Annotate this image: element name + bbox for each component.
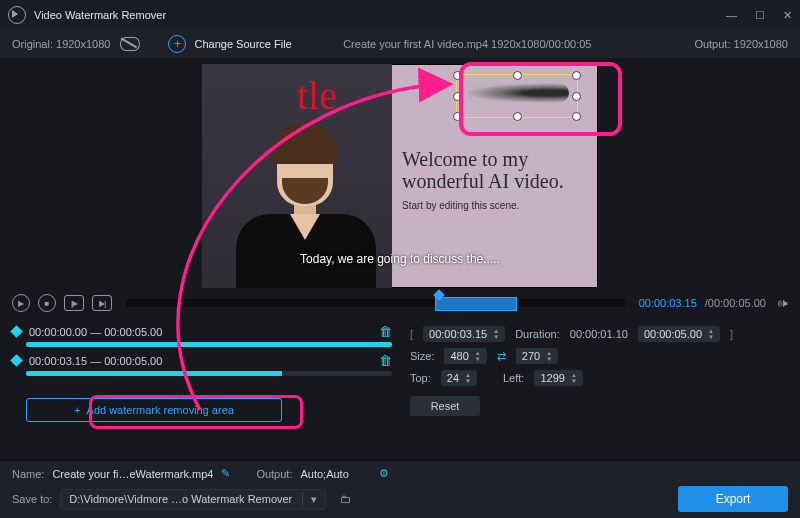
height-input[interactable]: 270 ▲▼ xyxy=(516,348,558,364)
duration-value: 00:00:01.10 xyxy=(570,328,628,340)
save-path-box[interactable]: D:\Vidmore\Vidmore …o Watermark Remover … xyxy=(60,489,326,510)
height-value: 270 xyxy=(522,350,540,362)
segment-row[interactable]: 00:00:00.00 — 00:00:05.00 🗑 xyxy=(12,324,392,339)
title-bar: Video Watermark Remover — ☐ ✕ xyxy=(0,0,800,30)
stop-button[interactable]: ■ xyxy=(38,294,56,312)
end-time-value: 00:00:05.00 xyxy=(644,328,702,340)
edit-name-icon[interactable]: ✎ xyxy=(221,467,230,480)
resize-handle[interactable] xyxy=(453,112,462,121)
watermark-selection-box[interactable] xyxy=(456,74,578,118)
title-fragment-text: tle xyxy=(297,72,337,119)
start-time-value: 00:00:03.15 xyxy=(429,328,487,340)
resize-handle[interactable] xyxy=(453,71,462,80)
link-aspect-icon[interactable]: ⇄ xyxy=(497,350,506,363)
bracket-right-icon[interactable]: ] xyxy=(730,328,733,340)
close-button[interactable]: ✕ xyxy=(783,9,792,22)
start-time-input[interactable]: 00:00:03.15 ▲▼ xyxy=(423,326,505,342)
toggle-preview-overlay-icon[interactable] xyxy=(120,37,140,51)
subtitle-text: Today, we are going to discuss the..... xyxy=(202,252,598,266)
save-path: D:\Vidmore\Vidmore …o Watermark Remover xyxy=(69,493,292,505)
timeline-selection[interactable] xyxy=(435,297,517,311)
maximize-button[interactable]: ☐ xyxy=(755,9,765,22)
save-to-label: Save to: xyxy=(12,493,52,505)
export-label: Export xyxy=(716,492,751,506)
segment-progress[interactable] xyxy=(26,342,392,347)
open-folder-icon[interactable]: 🗀 xyxy=(340,493,351,505)
watermark-blur-preview xyxy=(465,83,569,103)
properties-panel: [ 00:00:03.15 ▲▼ Duration:00:00:01.10 00… xyxy=(410,320,788,422)
spinner-icon[interactable]: ▲▼ xyxy=(475,350,481,362)
minimize-button[interactable]: — xyxy=(726,9,737,22)
welcome-line-2: wonderful AI video. xyxy=(402,170,564,192)
segments-panel: 00:00:00.00 — 00:00:05.00 🗑 00:00:03.15 … xyxy=(12,320,392,422)
resize-handle[interactable] xyxy=(513,71,522,80)
resize-handle[interactable] xyxy=(572,71,581,80)
plus-icon: + xyxy=(74,404,80,416)
top-label: Top: xyxy=(410,372,431,384)
change-source-icon[interactable]: + xyxy=(168,35,186,53)
playback-bar: ▶ ■ [▶ ▶] 00:00:03.15/00:00:05.00 🕪 xyxy=(0,288,800,316)
output-label: Output: xyxy=(256,468,292,480)
footer: Name: Create your fi…eWatermark.mp4 ✎ Ou… xyxy=(0,460,800,518)
set-end-button[interactable]: ▶] xyxy=(92,295,112,311)
name-label: Name: xyxy=(12,468,44,480)
size-label: Size: xyxy=(410,350,434,362)
add-watermark-area-label: Add watermark removing area xyxy=(87,404,234,416)
spinner-icon[interactable]: ▲▼ xyxy=(546,350,552,362)
change-source-button[interactable]: Change Source File xyxy=(194,38,291,50)
left-input[interactable]: 1299 ▲▼ xyxy=(534,370,582,386)
save-path-dropdown-icon[interactable]: ▾ xyxy=(302,493,317,506)
output-format: Auto;Auto xyxy=(300,468,348,480)
left-label: Left: xyxy=(503,372,524,384)
resize-handle[interactable] xyxy=(513,112,522,121)
app-title: Video Watermark Remover xyxy=(34,9,166,21)
instruction-text: Start by editing this scene. xyxy=(402,200,519,211)
spinner-icon[interactable]: ▲▼ xyxy=(708,328,714,340)
segment-progress[interactable] xyxy=(26,371,392,376)
delete-segment-icon[interactable]: 🗑 xyxy=(379,324,392,339)
total-time: /00:00:05.00 xyxy=(705,297,766,309)
resize-handle[interactable] xyxy=(572,112,581,121)
segment-range: 00:00:03.15 — 00:00:05.00 xyxy=(29,355,162,367)
segment-marker-icon xyxy=(10,354,23,367)
delete-segment-icon[interactable]: 🗑 xyxy=(379,353,392,368)
output-name: Create your fi…eWatermark.mp4 xyxy=(52,468,213,480)
timeline-track[interactable] xyxy=(126,299,625,307)
add-watermark-area-button[interactable]: + Add watermark removing area xyxy=(26,398,282,422)
spinner-icon[interactable]: ▲▼ xyxy=(571,372,577,384)
set-start-button[interactable]: [▶ xyxy=(64,295,84,311)
width-input[interactable]: 480 ▲▼ xyxy=(444,348,486,364)
reset-label: Reset xyxy=(431,400,460,412)
spinner-icon[interactable]: ▲▼ xyxy=(493,328,499,340)
spinner-icon[interactable]: ▲▼ xyxy=(465,372,471,384)
segment-row[interactable]: 00:00:03.15 — 00:00:05.00 🗑 xyxy=(12,353,392,368)
duration-label: Duration: xyxy=(515,328,560,340)
bracket-left-icon[interactable]: [ xyxy=(410,328,413,340)
resize-handle[interactable] xyxy=(453,92,462,101)
reset-button[interactable]: Reset xyxy=(410,396,480,416)
resize-handle[interactable] xyxy=(572,92,581,101)
app-logo-icon xyxy=(8,6,26,24)
current-time: 00:00:03.15 xyxy=(639,297,697,309)
top-input[interactable]: 24 ▲▼ xyxy=(441,370,477,386)
output-settings-icon[interactable]: ⚙ xyxy=(379,467,389,480)
original-dimensions: Original: 1920x1080 xyxy=(12,38,110,50)
volume-icon[interactable]: 🕪 xyxy=(774,297,788,309)
info-toolbar: Original: 1920x1080 + Change Source File… xyxy=(0,30,800,58)
welcome-line-1: Welcome to my xyxy=(402,148,528,170)
segment-marker-icon xyxy=(10,325,23,338)
play-button[interactable]: ▶ xyxy=(12,294,30,312)
left-value: 1299 xyxy=(540,372,564,384)
welcome-text: Welcome to my wonderful AI video. xyxy=(402,148,564,192)
source-file-info: Create your first AI video.mp4 1920x1080… xyxy=(343,38,591,50)
segment-range: 00:00:00.00 — 00:00:05.00 xyxy=(29,326,162,338)
top-value: 24 xyxy=(447,372,459,384)
output-dimensions: Output: 1920x1080 xyxy=(694,38,788,50)
export-button[interactable]: Export xyxy=(678,486,788,512)
video-preview[interactable]: tle Welcome to my wonderful AI video. St… xyxy=(202,64,598,288)
width-value: 480 xyxy=(450,350,468,362)
end-time-input[interactable]: 00:00:05.00 ▲▼ xyxy=(638,326,720,342)
